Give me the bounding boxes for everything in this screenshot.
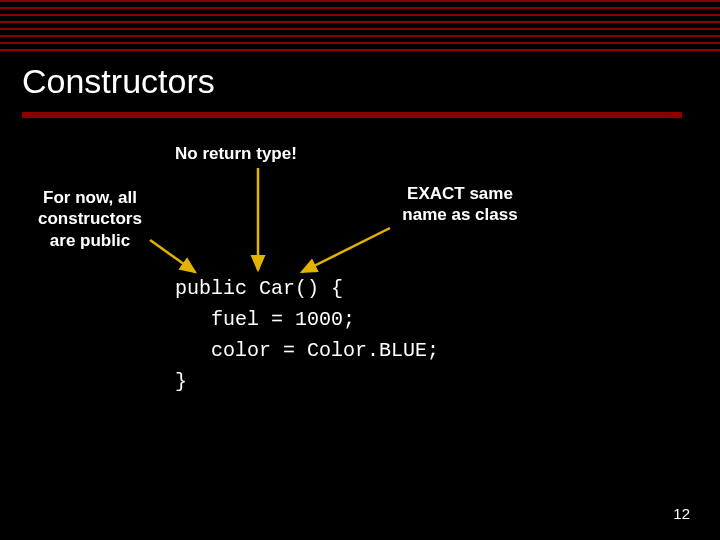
title-underline (22, 112, 682, 118)
annotation-no-return-type: No return type! (175, 143, 375, 164)
code-line-1: public Car() { (175, 277, 343, 300)
arrow-exact-name (302, 228, 390, 272)
annotation-exact-name: EXACT same name as class (370, 183, 550, 226)
code-block: public Car() { fuel = 1000; color = Colo… (175, 273, 439, 397)
annotation-exact-l2: name as class (402, 205, 517, 224)
code-line-2: fuel = 1000; (175, 308, 355, 331)
top-stripes (0, 0, 720, 56)
annotation-public-l2: constructors (38, 209, 142, 228)
annotation-public-l1: For now, all (43, 188, 137, 207)
annotation-public: For now, all constructors are public (20, 187, 160, 251)
code-line-3: color = Color.BLUE; (175, 339, 439, 362)
code-line-4: } (175, 370, 187, 393)
slide-title: Constructors (22, 62, 215, 101)
annotation-public-l3: are public (50, 231, 130, 250)
page-number: 12 (673, 505, 690, 522)
annotation-exact-l1: EXACT same (407, 184, 513, 203)
